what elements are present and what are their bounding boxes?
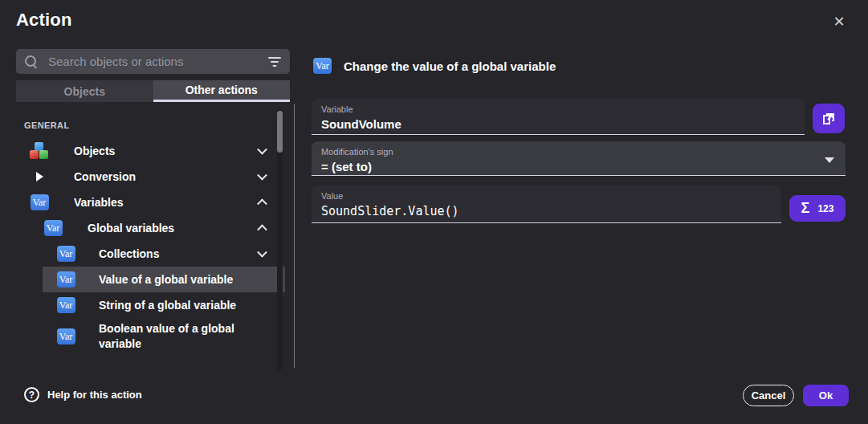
var-icon: Var [57, 328, 75, 344]
triangle-right-icon [36, 172, 43, 181]
tree-item-label: Objects [74, 144, 115, 159]
tree-item-variables[interactable]: Var Variables [16, 190, 285, 215]
chevron-up-icon [257, 198, 267, 209]
tab-objects[interactable]: Objects [16, 80, 153, 102]
tree-item-label: Boolean value of a global variable [99, 321, 263, 352]
tree-item-boolean-of-global-variable[interactable]: Var Boolean value of a global variable [16, 318, 285, 355]
search-icon [24, 55, 39, 69]
modification-sign-select[interactable]: Modification's sign = (set to) [312, 141, 846, 176]
open-variable-editor-button[interactable] [813, 104, 845, 133]
action-title: Change the value of a global variable [344, 59, 556, 73]
expression-builder-button[interactable]: Σ 123 [789, 195, 846, 222]
panel-divider [294, 104, 295, 368]
page-title: Action [16, 10, 72, 31]
chevron-down-icon [257, 247, 267, 258]
chevron-up-icon [257, 224, 267, 234]
value-field-value[interactable]: SoundSlider.Value() [321, 204, 772, 218]
chevron-down-icon [257, 145, 267, 155]
modification-sign-label: Modification's sign [321, 147, 836, 157]
tree-item-label: Value of a global variable [99, 272, 233, 287]
chevron-down-icon [825, 157, 834, 163]
modification-sign-value: = (set to) [321, 160, 836, 173]
help-label: Help for this action [47, 389, 142, 401]
chevron-down-icon [257, 170, 267, 181]
var-icon: Var [57, 297, 75, 313]
action-header: Var Change the value of a global variabl… [313, 58, 556, 74]
tab-other-actions[interactable]: Other actions [153, 80, 291, 102]
var-icon: Var [313, 58, 332, 74]
tree-item-label: Conversion [74, 169, 136, 185]
tree-scrollbar-thumb[interactable] [277, 111, 283, 153]
tree-item-label: Variables [74, 195, 124, 210]
value-field[interactable]: Value SoundSlider.Value() [312, 186, 781, 223]
tab-bar: Objects Other actions [16, 80, 290, 102]
var-icon: Var [57, 271, 75, 287]
sigma-icon: Σ [801, 200, 810, 217]
search-bar[interactable] [16, 49, 290, 74]
var-icon: Var [57, 246, 75, 262]
close-icon[interactable]: ✕ [829, 11, 850, 32]
variable-field-value[interactable]: SoundVolume [321, 117, 795, 131]
actions-tree: GENERAL Objects Conversion Var Variables… [16, 116, 285, 355]
tree-item-global-variables[interactable]: Var Global variables [16, 215, 285, 241]
objects-cubes-icon [30, 142, 49, 160]
tree-section-general: GENERAL [16, 116, 285, 138]
cancel-button[interactable]: Cancel [743, 385, 794, 406]
ok-button[interactable]: Ok [803, 385, 849, 406]
tree-item-label: Global variables [88, 221, 174, 236]
tree-item-conversion[interactable]: Conversion [16, 164, 285, 190]
variable-field[interactable]: Variable SoundVolume [312, 99, 805, 135]
help-icon: ? [24, 387, 39, 402]
tree-item-string-of-global-variable[interactable]: Var String of a global variable [16, 292, 285, 318]
tree-item-label: String of a global variable [99, 298, 236, 313]
tree-item-objects[interactable]: Objects [16, 138, 285, 164]
open-in-new-icon [821, 112, 836, 126]
var-icon: Var [31, 194, 49, 210]
filter-icon[interactable] [267, 56, 282, 67]
help-link[interactable]: ? Help for this action [24, 387, 142, 402]
tree-item-label: Collections [99, 247, 159, 262]
search-input[interactable] [48, 55, 261, 68]
var-icon: Var [44, 220, 63, 236]
variable-field-label: Variable [321, 104, 795, 114]
expression-123-badge: 123 [817, 203, 833, 214]
tree-item-collections[interactable]: Var Collections [16, 241, 285, 267]
value-field-label: Value [321, 191, 772, 201]
tree-item-value-of-global-variable[interactable]: Var Value of a global variable [16, 267, 285, 292]
